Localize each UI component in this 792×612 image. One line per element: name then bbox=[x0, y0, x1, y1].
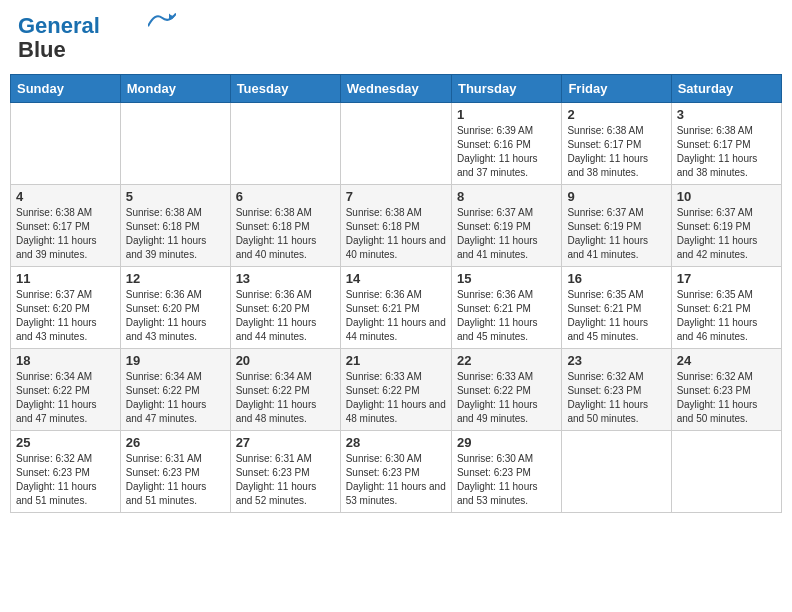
calendar-day-cell: 24Sunrise: 6:32 AMSunset: 6:23 PMDayligh… bbox=[671, 349, 781, 431]
calendar-day-cell: 13Sunrise: 6:36 AMSunset: 6:20 PMDayligh… bbox=[230, 267, 340, 349]
day-number: 18 bbox=[16, 353, 115, 368]
weekday-header-monday: Monday bbox=[120, 75, 230, 103]
calendar-day-cell: 3Sunrise: 6:38 AMSunset: 6:17 PMDaylight… bbox=[671, 103, 781, 185]
day-sun-info: Sunrise: 6:33 AMSunset: 6:22 PMDaylight:… bbox=[457, 370, 556, 426]
calendar-day-cell: 18Sunrise: 6:34 AMSunset: 6:22 PMDayligh… bbox=[11, 349, 121, 431]
day-number: 13 bbox=[236, 271, 335, 286]
day-number: 26 bbox=[126, 435, 225, 450]
weekday-header-sunday: Sunday bbox=[11, 75, 121, 103]
day-number: 2 bbox=[567, 107, 665, 122]
day-number: 20 bbox=[236, 353, 335, 368]
calendar-header-row: SundayMondayTuesdayWednesdayThursdayFrid… bbox=[11, 75, 782, 103]
weekday-header-friday: Friday bbox=[562, 75, 671, 103]
day-number: 21 bbox=[346, 353, 446, 368]
day-number: 17 bbox=[677, 271, 776, 286]
day-sun-info: Sunrise: 6:38 AMSunset: 6:17 PMDaylight:… bbox=[677, 124, 776, 180]
calendar-day-cell: 7Sunrise: 6:38 AMSunset: 6:18 PMDaylight… bbox=[340, 185, 451, 267]
day-number: 28 bbox=[346, 435, 446, 450]
day-sun-info: Sunrise: 6:36 AMSunset: 6:20 PMDaylight:… bbox=[126, 288, 225, 344]
calendar-day-cell: 6Sunrise: 6:38 AMSunset: 6:18 PMDaylight… bbox=[230, 185, 340, 267]
calendar-day-cell: 11Sunrise: 6:37 AMSunset: 6:20 PMDayligh… bbox=[11, 267, 121, 349]
day-sun-info: Sunrise: 6:35 AMSunset: 6:21 PMDaylight:… bbox=[677, 288, 776, 344]
day-sun-info: Sunrise: 6:36 AMSunset: 6:21 PMDaylight:… bbox=[457, 288, 556, 344]
day-sun-info: Sunrise: 6:31 AMSunset: 6:23 PMDaylight:… bbox=[236, 452, 335, 508]
day-sun-info: Sunrise: 6:30 AMSunset: 6:23 PMDaylight:… bbox=[346, 452, 446, 508]
day-sun-info: Sunrise: 6:38 AMSunset: 6:17 PMDaylight:… bbox=[16, 206, 115, 262]
day-number: 15 bbox=[457, 271, 556, 286]
day-sun-info: Sunrise: 6:39 AMSunset: 6:16 PMDaylight:… bbox=[457, 124, 556, 180]
calendar-day-cell: 17Sunrise: 6:35 AMSunset: 6:21 PMDayligh… bbox=[671, 267, 781, 349]
day-number: 3 bbox=[677, 107, 776, 122]
weekday-header-saturday: Saturday bbox=[671, 75, 781, 103]
day-sun-info: Sunrise: 6:34 AMSunset: 6:22 PMDaylight:… bbox=[236, 370, 335, 426]
day-number: 6 bbox=[236, 189, 335, 204]
day-number: 25 bbox=[16, 435, 115, 450]
calendar-day-cell bbox=[340, 103, 451, 185]
day-number: 22 bbox=[457, 353, 556, 368]
weekday-header-tuesday: Tuesday bbox=[230, 75, 340, 103]
calendar-day-cell: 12Sunrise: 6:36 AMSunset: 6:20 PMDayligh… bbox=[120, 267, 230, 349]
day-number: 16 bbox=[567, 271, 665, 286]
day-sun-info: Sunrise: 6:37 AMSunset: 6:19 PMDaylight:… bbox=[677, 206, 776, 262]
logo: General Blue bbox=[18, 14, 176, 62]
calendar-table: SundayMondayTuesdayWednesdayThursdayFrid… bbox=[10, 74, 782, 513]
weekday-header-wednesday: Wednesday bbox=[340, 75, 451, 103]
day-sun-info: Sunrise: 6:37 AMSunset: 6:19 PMDaylight:… bbox=[567, 206, 665, 262]
calendar-day-cell bbox=[120, 103, 230, 185]
day-number: 12 bbox=[126, 271, 225, 286]
calendar-day-cell: 29Sunrise: 6:30 AMSunset: 6:23 PMDayligh… bbox=[451, 431, 561, 513]
day-sun-info: Sunrise: 6:36 AMSunset: 6:21 PMDaylight:… bbox=[346, 288, 446, 344]
day-sun-info: Sunrise: 6:38 AMSunset: 6:18 PMDaylight:… bbox=[236, 206, 335, 262]
calendar-day-cell: 4Sunrise: 6:38 AMSunset: 6:17 PMDaylight… bbox=[11, 185, 121, 267]
calendar-day-cell bbox=[11, 103, 121, 185]
day-number: 29 bbox=[457, 435, 556, 450]
day-number: 4 bbox=[16, 189, 115, 204]
day-number: 1 bbox=[457, 107, 556, 122]
day-number: 10 bbox=[677, 189, 776, 204]
day-number: 23 bbox=[567, 353, 665, 368]
day-number: 19 bbox=[126, 353, 225, 368]
weekday-header-thursday: Thursday bbox=[451, 75, 561, 103]
calendar-week-row: 25Sunrise: 6:32 AMSunset: 6:23 PMDayligh… bbox=[11, 431, 782, 513]
day-sun-info: Sunrise: 6:34 AMSunset: 6:22 PMDaylight:… bbox=[16, 370, 115, 426]
day-number: 7 bbox=[346, 189, 446, 204]
day-sun-info: Sunrise: 6:37 AMSunset: 6:19 PMDaylight:… bbox=[457, 206, 556, 262]
calendar-day-cell: 28Sunrise: 6:30 AMSunset: 6:23 PMDayligh… bbox=[340, 431, 451, 513]
calendar-day-cell: 16Sunrise: 6:35 AMSunset: 6:21 PMDayligh… bbox=[562, 267, 671, 349]
day-sun-info: Sunrise: 6:38 AMSunset: 6:18 PMDaylight:… bbox=[126, 206, 225, 262]
calendar-day-cell: 23Sunrise: 6:32 AMSunset: 6:23 PMDayligh… bbox=[562, 349, 671, 431]
logo-text2: Blue bbox=[18, 38, 66, 62]
day-number: 5 bbox=[126, 189, 225, 204]
day-sun-info: Sunrise: 6:31 AMSunset: 6:23 PMDaylight:… bbox=[126, 452, 225, 508]
day-sun-info: Sunrise: 6:35 AMSunset: 6:21 PMDaylight:… bbox=[567, 288, 665, 344]
logo-text: General bbox=[18, 14, 100, 38]
calendar-day-cell: 14Sunrise: 6:36 AMSunset: 6:21 PMDayligh… bbox=[340, 267, 451, 349]
calendar-week-row: 18Sunrise: 6:34 AMSunset: 6:22 PMDayligh… bbox=[11, 349, 782, 431]
day-sun-info: Sunrise: 6:36 AMSunset: 6:20 PMDaylight:… bbox=[236, 288, 335, 344]
calendar-day-cell: 22Sunrise: 6:33 AMSunset: 6:22 PMDayligh… bbox=[451, 349, 561, 431]
day-sun-info: Sunrise: 6:37 AMSunset: 6:20 PMDaylight:… bbox=[16, 288, 115, 344]
calendar-day-cell: 25Sunrise: 6:32 AMSunset: 6:23 PMDayligh… bbox=[11, 431, 121, 513]
day-number: 14 bbox=[346, 271, 446, 286]
calendar-day-cell bbox=[671, 431, 781, 513]
logo-bird-icon bbox=[148, 12, 176, 32]
day-sun-info: Sunrise: 6:34 AMSunset: 6:22 PMDaylight:… bbox=[126, 370, 225, 426]
day-number: 9 bbox=[567, 189, 665, 204]
calendar-week-row: 11Sunrise: 6:37 AMSunset: 6:20 PMDayligh… bbox=[11, 267, 782, 349]
calendar-day-cell: 8Sunrise: 6:37 AMSunset: 6:19 PMDaylight… bbox=[451, 185, 561, 267]
day-sun-info: Sunrise: 6:32 AMSunset: 6:23 PMDaylight:… bbox=[16, 452, 115, 508]
calendar-day-cell bbox=[562, 431, 671, 513]
day-sun-info: Sunrise: 6:32 AMSunset: 6:23 PMDaylight:… bbox=[567, 370, 665, 426]
calendar-day-cell bbox=[230, 103, 340, 185]
calendar-week-row: 4Sunrise: 6:38 AMSunset: 6:17 PMDaylight… bbox=[11, 185, 782, 267]
day-number: 8 bbox=[457, 189, 556, 204]
calendar-day-cell: 27Sunrise: 6:31 AMSunset: 6:23 PMDayligh… bbox=[230, 431, 340, 513]
calendar-day-cell: 10Sunrise: 6:37 AMSunset: 6:19 PMDayligh… bbox=[671, 185, 781, 267]
day-sun-info: Sunrise: 6:32 AMSunset: 6:23 PMDaylight:… bbox=[677, 370, 776, 426]
day-number: 24 bbox=[677, 353, 776, 368]
calendar-day-cell: 19Sunrise: 6:34 AMSunset: 6:22 PMDayligh… bbox=[120, 349, 230, 431]
calendar-day-cell: 15Sunrise: 6:36 AMSunset: 6:21 PMDayligh… bbox=[451, 267, 561, 349]
day-number: 27 bbox=[236, 435, 335, 450]
day-number: 11 bbox=[16, 271, 115, 286]
calendar-day-cell: 9Sunrise: 6:37 AMSunset: 6:19 PMDaylight… bbox=[562, 185, 671, 267]
